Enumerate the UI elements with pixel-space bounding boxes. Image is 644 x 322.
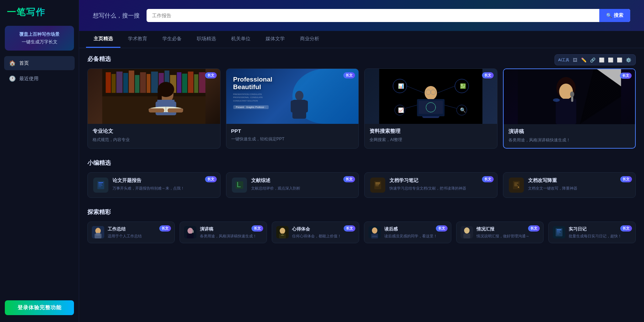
card-ppt-desc: 一键快速生成，轻松搞定PPT [231,136,354,142]
ai-tool-box1-icon[interactable]: ⬜ [598,56,605,63]
svg-rect-91 [372,236,377,237]
svg-rect-6 [129,71,134,93]
card-speech[interactable]: 长文 [503,68,636,149]
literature-desc: 文献总结评价，观点深入剖析 [251,185,353,191]
svg-text:L: L [237,180,241,189]
card-ppt[interactable]: 长文 ProfessionalBeautiful PRESENTATION CO… [226,68,359,149]
svg-rect-61 [556,99,576,124]
svg-text:🔍: 🔍 [460,107,466,113]
svg-rect-3 [111,74,116,93]
svg-rect-69 [98,186,101,187]
explore-card-intern[interactable]: 长文 实习日记 批量生成每日实习日记，超快！ [548,222,636,243]
small-card-literature[interactable]: 长文 L 文献综述 文献总结评价，观点深入剖析 [226,172,359,198]
svg-rect-10 [151,72,158,93]
thesis-desc: 万事开头难，开题报告特别难～来，点我！ [112,185,215,191]
sidebar-item-home-label: 首页 [19,60,29,66]
search-button[interactable]: 🔍 搜索 [599,9,630,22]
ai-tool-settings-icon[interactable]: ⚙️ [625,56,632,63]
card-ppt-body: PPT 一键快速生成，轻松搞定PPT [226,124,359,147]
ai-tool-edit-icon[interactable]: ✏️ [580,56,587,63]
tab-business[interactable]: 商业分析 [292,31,327,48]
ai-tool-link-icon[interactable]: 🔗 [589,56,596,63]
ai-tool-box2-icon[interactable]: ⬜ [607,56,614,63]
svg-rect-9 [147,74,150,93]
banner-line2: 一键生成万字长文 [10,38,68,46]
svg-rect-18 [199,72,205,93]
explore-card-speech[interactable]: 长文 演讲稿 各类用途，风格演讲稿快速生成！ [180,222,267,243]
card-research-desc: 全网搜索，AI整理 [369,137,492,143]
card-speech-badge: 长文 [620,73,632,79]
research-svg: 📊 💹 📈 🔍 [365,69,497,124]
svg-rect-8 [140,72,146,93]
tabs-bar: 主页精选 学术教育 学生必备 职场精选 机关单位 媒体文学 商业分析 [79,31,644,48]
work-summary-svg [92,226,104,238]
intern-svg [553,226,565,238]
tab-workplace[interactable]: 职场精选 [189,31,224,48]
card-paper-badge: 长文 [205,72,217,78]
literature-content: 文献综述 文献总结评价，观点深入剖析 [251,178,353,191]
ppt-sub-text: PRESENTATION CONSULATEPROFESSIONAL: CONS… [233,93,272,103]
card-research-badge: 长文 [482,72,494,78]
explore-desc-work: 适用于个人工作总结 [108,234,170,239]
rewrite-svg [512,180,521,190]
explore-card-bookreview[interactable]: 长文 读后感 读后感没灵感的同学，看这里！ [364,222,451,243]
card-research-body: 资料搜索整理 全网搜索，AI整理 [365,124,497,148]
experience-svg [276,226,289,238]
ppt-text-area: ProfessionalBeautiful PRESENTATION CONSU… [233,76,272,109]
tab-home[interactable]: 主页精选 [86,31,120,48]
app-logo: 一笔写作 [7,6,72,18]
small-card-thesis[interactable]: 长文 论文开题报告 万事开头难，开题报告特别难～来，点我！ [87,172,221,198]
docnotes-content: 文档学习笔记 快速学习总结专业文档/文献，把书读薄的神器 [389,178,492,191]
explore-icon-intern [553,226,565,238]
sidebar-item-recent[interactable]: 🕐 最近使用 [4,72,75,86]
card-paper-desc: 格式规范，内容专业 [93,137,215,143]
rewrite-content: 文档改写降重 文档全文一键改写，降重神器 [528,178,630,191]
search-input[interactable] [147,9,599,22]
explore-icon-sit [461,226,473,238]
card-research[interactable]: 长文 [364,68,497,149]
small-card-rewrite[interactable]: 长文 文档改写降重 文档全文一键改写，降重神器 [503,172,636,198]
must-have-cards: 长文 [87,68,636,149]
ai-tool-image-icon[interactable]: 🖼 [571,56,578,63]
svg-point-63 [570,92,574,97]
svg-rect-16 [188,72,193,93]
rewrite-icon [509,178,524,193]
sidebar: 一笔写作 覆盖上百种写作场景 一键生成万字长文 🏠 首页 🕐 最近使用 登录体验… [0,0,79,322]
explore-desc-exp: 任何心得体会，都能上价值！ [292,234,355,239]
card-paper-title: 专业论文 [93,128,215,135]
small-card-literature-badge: 长文 [343,176,355,182]
small-card-docnotes[interactable]: 长文 文档学习笔记 快速学习总结专业文档/文献，把书读薄的神器 [364,172,497,198]
explore-card-situation[interactable]: 长文 情况汇报 情况说明汇报，做好管理沟通～ [456,222,544,243]
sidebar-banner: 覆盖上百种写作场景 一键生成万字长文 [5,26,74,51]
svg-rect-66 [98,182,103,183]
svg-rect-2 [106,72,111,93]
svg-rect-15 [182,74,187,93]
home-icon: 🏠 [9,60,16,66]
rewrite-title: 文档改写降重 [528,178,630,184]
svg-rect-52 [419,101,443,114]
explore-desc-intern: 批量生成每日实习日记，超快！ [569,234,631,239]
svg-rect-4 [116,72,122,93]
search-box: 🔍 搜索 [147,9,630,22]
svg-rect-73 [375,183,380,183]
explore-cards: 长文 工作总结 适用于个人工作总结 长文 [87,222,636,243]
docnotes-icon [370,178,385,193]
situation-svg [461,226,473,238]
literature-icon: L [232,178,247,193]
ai-tool-box3-icon[interactable]: ⬜ [616,56,623,63]
sidebar-item-home[interactable]: 🏠 首页 [4,56,75,70]
tab-student[interactable]: 学生必备 [155,31,189,48]
tab-gov[interactable]: 机关单位 [224,31,258,48]
explore-badge-sit: 长文 [528,225,540,232]
card-paper-image [88,69,220,124]
svg-point-82 [187,228,193,234]
explore-card-work-summary[interactable]: 长文 工作总结 适用于个人工作总结 [87,222,175,243]
small-card-docnotes-badge: 长文 [482,176,494,182]
card-paper[interactable]: 长文 [87,68,221,149]
tab-academic[interactable]: 学术教育 [120,31,155,48]
explore-card-experience[interactable]: 长文 心得体会 任何心得体会，都能上价值！ [272,222,359,243]
explore-icon-speech [184,226,196,238]
svg-rect-97 [557,229,561,230]
login-button[interactable]: 登录体验完整功能 [5,300,74,315]
tab-media[interactable]: 媒体文学 [258,31,292,48]
